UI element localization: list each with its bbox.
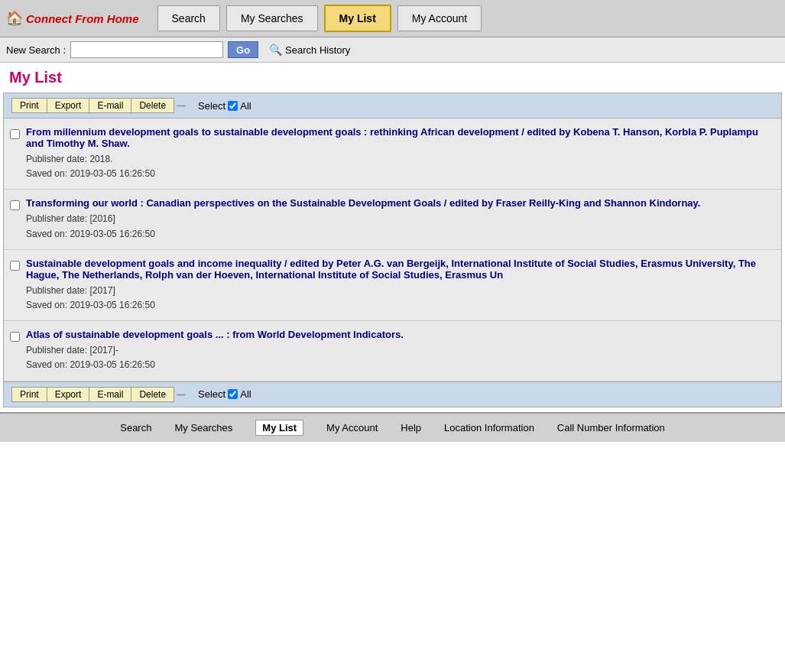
search-history-label: Search History: [285, 44, 350, 56]
delete-button-bottom[interactable]: Delete: [131, 387, 174, 402]
toolbar-top: Print Export E-mail Delete — Select All: [4, 93, 781, 118]
item-1-publisher: Publisher date: 2018.: [26, 152, 774, 167]
footer-link-search[interactable]: Search: [120, 422, 151, 433]
print-button-bottom[interactable]: Print: [11, 387, 47, 402]
search-bar: New Search : Go 🔍 Search History: [0, 37, 785, 63]
export-button[interactable]: Export: [47, 98, 90, 113]
logo-area: 🏠 Connect From Home: [6, 10, 139, 27]
item-1-content: From millennium development goals to sus…: [26, 126, 774, 181]
new-search-input[interactable]: [70, 41, 223, 58]
tab-my-searches[interactable]: My Searches: [226, 5, 318, 31]
toolbar-bottom: Print Export E-mail Delete — Select All: [4, 381, 781, 407]
item-3-saved: Saved on: 2019-03-05 16:26:50: [26, 298, 774, 313]
tab-search[interactable]: Search: [157, 5, 220, 31]
main-content: Print Export E-mail Delete — Select All …: [3, 93, 782, 407]
delete-button[interactable]: Delete: [131, 98, 174, 113]
item-3-title[interactable]: Sustainable development goals and income…: [26, 258, 774, 281]
item-4-checkbox[interactable]: [10, 332, 20, 342]
footer: Search My Searches My List My Account He…: [0, 412, 785, 442]
toolbar-separator-bottom: —: [177, 389, 186, 400]
print-button[interactable]: Print: [11, 98, 47, 113]
footer-link-my-searches[interactable]: My Searches: [174, 422, 232, 433]
item-2-checkbox[interactable]: [10, 200, 20, 210]
item-3-publisher: Publisher date: [2017]: [26, 284, 774, 298]
item-3-checkbox[interactable]: [10, 261, 20, 271]
header: 🏠 Connect From Home Search My Searches M…: [0, 0, 785, 37]
item-2-title[interactable]: Transforming our world : Canadian perspe…: [26, 197, 774, 209]
select-all-area-bottom: Select All: [198, 388, 251, 400]
new-search-label: New Search :: [6, 44, 66, 56]
logo-icon: 🏠: [6, 10, 23, 27]
item-4-title[interactable]: Atlas of sustainable development goals .…: [26, 329, 774, 340]
item-4-saved: Saved on: 2019-03-05 16:26:50: [26, 358, 774, 372]
footer-link-my-account[interactable]: My Account: [326, 422, 378, 433]
footer-link-my-list[interactable]: My List: [255, 420, 303, 436]
export-button-bottom[interactable]: Export: [47, 387, 90, 402]
list-item: Transforming our world : Canadian perspe…: [4, 190, 781, 249]
all-label-bottom: All: [240, 388, 251, 400]
logo-text: Connect From Home: [26, 12, 139, 25]
list-item: Sustainable development goals and income…: [4, 250, 781, 321]
select-all-checkbox[interactable]: [228, 101, 238, 111]
search-history-link[interactable]: 🔍 Search History: [269, 44, 350, 56]
item-1-saved: Saved on: 2019-03-05 16:26:50: [26, 167, 774, 181]
page-title: My List: [0, 63, 785, 93]
toolbar-separator: —: [177, 100, 186, 111]
go-button[interactable]: Go: [228, 41, 258, 58]
email-button[interactable]: E-mail: [89, 98, 131, 113]
list-item: Atlas of sustainable development goals .…: [4, 321, 781, 381]
email-button-bottom[interactable]: E-mail: [89, 387, 131, 402]
item-2-content: Transforming our world : Canadian perspe…: [26, 197, 774, 241]
footer-link-help[interactable]: Help: [401, 422, 421, 433]
item-2-saved: Saved on: 2019-03-05 16:26:50: [26, 227, 774, 242]
footer-link-call-number[interactable]: Call Number Information: [557, 422, 665, 433]
select-all-area: Select All: [198, 100, 251, 112]
list-item: From millennium development goals to sus…: [4, 118, 781, 190]
select-label-bottom: Select: [198, 388, 225, 400]
select-all-checkbox-bottom[interactable]: [228, 389, 238, 399]
item-1-checkbox[interactable]: [10, 129, 20, 139]
tab-my-account[interactable]: My Account: [397, 5, 482, 31]
item-2-publisher: Publisher date: [2016]: [26, 212, 774, 226]
footer-link-location[interactable]: Location Information: [444, 422, 534, 433]
item-3-content: Sustainable development goals and income…: [26, 258, 774, 313]
item-1-title[interactable]: From millennium development goals to sus…: [26, 126, 774, 149]
all-label: All: [240, 100, 251, 112]
tab-my-list[interactable]: My List: [324, 5, 391, 32]
select-label: Select: [198, 100, 225, 112]
item-4-publisher: Publisher date: [2017]-: [26, 343, 774, 358]
search-history-icon: 🔍: [269, 44, 282, 56]
item-4-content: Atlas of sustainable development goals .…: [26, 329, 774, 372]
